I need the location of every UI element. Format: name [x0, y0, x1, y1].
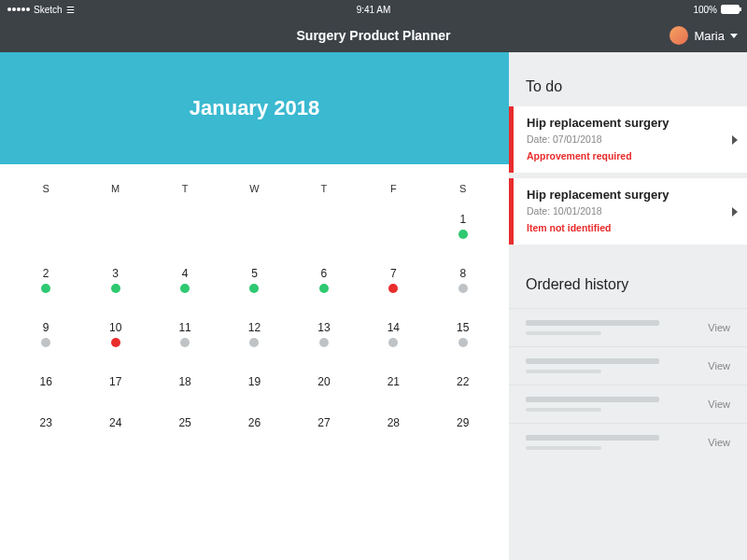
- date-cell[interactable]: 18: [150, 366, 219, 407]
- date-cell: [150, 203, 219, 258]
- todo-card[interactable]: Hip replacement surgeryDate: 07/01/2018A…: [509, 106, 747, 173]
- calendar-header: January 2018: [0, 52, 509, 164]
- date-cell[interactable]: 17: [80, 366, 149, 407]
- date-number: 13: [289, 321, 359, 334]
- history-item[interactable]: View: [509, 346, 747, 385]
- status-dot-red: [388, 284, 398, 293]
- date-cell[interactable]: 13: [289, 312, 359, 366]
- weekday-label: M: [80, 183, 149, 194]
- weekday-label: T: [289, 183, 359, 194]
- date-number: 10: [80, 321, 149, 334]
- date-cell[interactable]: 23: [11, 407, 80, 448]
- date-number: 9: [11, 321, 80, 334]
- status-dot-gray: [41, 338, 50, 347]
- date-cell[interactable]: 7: [359, 258, 428, 312]
- status-dot-gray: [180, 338, 190, 347]
- date-cell[interactable]: 6: [289, 258, 359, 312]
- history-item[interactable]: View: [509, 423, 747, 461]
- date-cell: [219, 203, 289, 258]
- date-number: 18: [150, 375, 219, 388]
- date-cell[interactable]: 4: [150, 258, 219, 312]
- history-placeholder: [526, 358, 693, 373]
- todo-alert: Approvement required: [527, 150, 734, 161]
- date-number: 28: [359, 416, 428, 429]
- chevron-down-icon: [730, 34, 738, 38]
- date-number: 29: [429, 416, 498, 429]
- date-number: 17: [80, 375, 149, 388]
- calendar-pane: January 2018 SMTWTFS 1234567891011121314…: [0, 52, 509, 560]
- date-cell[interactable]: 5: [219, 258, 289, 312]
- date-cell[interactable]: 29: [429, 407, 498, 448]
- date-cell[interactable]: 25: [150, 407, 219, 448]
- date-number: 4: [150, 267, 219, 280]
- date-cell[interactable]: 16: [11, 366, 80, 407]
- todo-card[interactable]: Hip replacement surgeryDate: 10/01/2018I…: [509, 178, 747, 245]
- weekday-label: W: [219, 183, 289, 194]
- date-cell[interactable]: 1: [429, 203, 498, 258]
- view-link[interactable]: View: [698, 322, 730, 333]
- date-cell: [80, 203, 149, 258]
- todo-date: Date: 07/01/2018: [527, 133, 734, 145]
- status-dot-gray: [458, 338, 468, 347]
- date-number: 5: [219, 267, 289, 280]
- weekday-row: SMTWTFS: [0, 164, 509, 203]
- date-number: 12: [219, 321, 289, 334]
- date-cell[interactable]: 8: [429, 258, 498, 312]
- date-cell[interactable]: 14: [359, 312, 428, 366]
- weekday-label: S: [429, 183, 498, 194]
- date-cell[interactable]: 21: [359, 366, 428, 407]
- view-link[interactable]: View: [698, 437, 730, 448]
- status-dot-green: [319, 284, 329, 293]
- status-dot-green: [41, 284, 50, 293]
- history-placeholder: [526, 435, 693, 450]
- date-cell: [289, 203, 359, 258]
- weekday-label: T: [150, 183, 219, 194]
- date-cell: [359, 203, 428, 258]
- date-cell: [11, 203, 80, 258]
- user-menu[interactable]: Maria: [669, 26, 738, 45]
- avatar: [669, 26, 688, 45]
- history-item[interactable]: View: [509, 385, 747, 423]
- todo-date: Date: 10/01/2018: [527, 205, 734, 217]
- date-number: 15: [429, 321, 498, 334]
- date-number: 7: [359, 267, 428, 280]
- date-number: 11: [150, 321, 219, 334]
- date-cell[interactable]: 28: [359, 407, 428, 448]
- date-number: 14: [359, 321, 428, 334]
- date-number: 22: [429, 375, 498, 388]
- date-cell[interactable]: 15: [429, 312, 498, 366]
- view-link[interactable]: View: [698, 360, 730, 371]
- date-number: 6: [289, 267, 359, 280]
- status-bar: Sketch ☰ 9:41 AM 100%: [0, 0, 747, 19]
- date-cell[interactable]: 22: [429, 366, 498, 407]
- date-number: 3: [80, 267, 149, 280]
- todo-title: Hip replacement surgery: [527, 116, 734, 130]
- date-cell[interactable]: 26: [219, 407, 289, 448]
- date-cell[interactable]: 2: [11, 258, 80, 312]
- date-cell[interactable]: 11: [150, 312, 219, 366]
- history-section-title: Ordered history: [509, 250, 747, 304]
- status-dot-green: [180, 284, 190, 293]
- carrier-label: Sketch: [34, 5, 63, 15]
- date-number: 27: [289, 416, 359, 429]
- signal-icon: [7, 7, 30, 11]
- date-cell[interactable]: 10: [80, 312, 149, 366]
- date-cell[interactable]: 24: [80, 407, 149, 448]
- date-cell[interactable]: 27: [289, 407, 359, 448]
- status-dot-gray: [458, 284, 468, 293]
- date-cell[interactable]: 12: [219, 312, 289, 366]
- date-cell[interactable]: 3: [80, 258, 149, 312]
- date-cell[interactable]: 19: [219, 366, 289, 407]
- app-header: Surgery Product Planner Maria: [0, 19, 747, 52]
- status-time: 9:41 AM: [357, 5, 391, 15]
- date-number: 25: [150, 416, 219, 429]
- todo-section-title: To do: [509, 52, 747, 106]
- date-cell[interactable]: 20: [289, 366, 359, 407]
- history-item[interactable]: View: [509, 308, 747, 346]
- weekday-label: S: [11, 183, 80, 194]
- date-cell[interactable]: 9: [11, 312, 80, 366]
- side-pane: To do Hip replacement surgeryDate: 07/01…: [509, 52, 747, 560]
- weekday-label: F: [359, 183, 428, 194]
- battery-icon: [721, 5, 740, 14]
- view-link[interactable]: View: [698, 399, 730, 410]
